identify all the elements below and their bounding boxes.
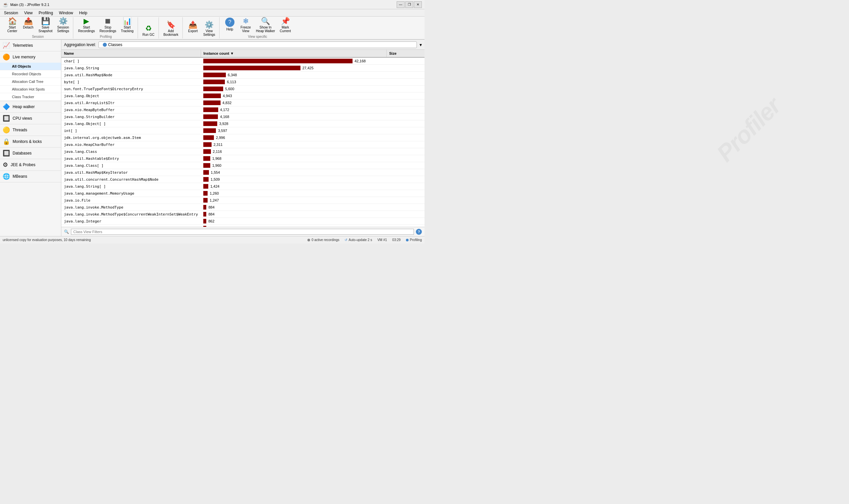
- sidebar-item-monitors-locks[interactable]: 🔒 Monitors & locks: [0, 136, 61, 147]
- save-snapshot-button[interactable]: 💾 SaveSnapshot: [36, 16, 54, 34]
- table-row[interactable]: java.util.HashMap$Node6,348203 kB: [61, 72, 424, 78]
- table-row[interactable]: java.io.File1,24739,904 bytes: [61, 197, 424, 204]
- statusbar: unlicensed copy for evaluation purposes,…: [0, 236, 424, 244]
- table-row[interactable]: byte[ ]6,1136,735 kB: [61, 78, 424, 86]
- table-row[interactable]: java.lang.Class2,116244 kB: [61, 148, 424, 155]
- sidebar-item-databases[interactable]: 🔲 Databases: [0, 147, 61, 159]
- table-row[interactable]: java.lang.String[ ]1,42460,280 bytes: [61, 183, 424, 190]
- cell-instance-count: 4,172: [201, 106, 386, 113]
- sidebar-section-live-memory: 🟠 Live memory All Objects Recorded Objec…: [0, 51, 61, 101]
- sidebar-section-mbeans: 🌐 MBeans: [0, 171, 61, 182]
- table-container[interactable]: Name Instance count ▼ Size char[ ]42,168…: [61, 50, 424, 227]
- cell-instance-count: 862: [201, 218, 386, 225]
- run-gc-button[interactable]: ♻ Run GC: [141, 23, 157, 38]
- column-header-size[interactable]: Size: [386, 50, 424, 57]
- cell-class-name: java.util.ArrayList$Itr: [61, 100, 201, 106]
- count-bar: [203, 73, 226, 77]
- profiling-group-label: Profiling: [100, 35, 112, 38]
- count-bar: [203, 79, 225, 84]
- table-row[interactable]: java.lang.Class[ ]1,96055,712 bytes: [61, 162, 424, 169]
- menu-window[interactable]: Window: [56, 10, 76, 16]
- start-center-button[interactable]: 🏠 StartCenter: [5, 16, 20, 34]
- aggregation-dropdown-icon[interactable]: ▾: [419, 42, 422, 48]
- cell-class-name: java.util.Hashtable$Entry: [61, 155, 201, 162]
- add-bookmark-button[interactable]: 🔖 AddBookmark: [162, 20, 180, 38]
- monitors-locks-label: Monitors & locks: [13, 139, 42, 144]
- stop-recordings-button[interactable]: ⏹ StopRecordings: [97, 16, 119, 34]
- vm-status: VM #1: [377, 238, 387, 242]
- sidebar-item-cpu-views[interactable]: 🔲 CPU views: [0, 113, 61, 124]
- table-row[interactable]: java.lang.invoke.MethodType88435,360 byt…: [61, 204, 424, 211]
- table-row[interactable]: java.util.concurrent.ConcurrentHashMap$N…: [61, 176, 424, 183]
- telemetries-label: Telemetries: [13, 43, 33, 48]
- count-label: 1,247: [210, 198, 219, 202]
- class-filter-input[interactable]: [71, 229, 414, 235]
- help-button[interactable]: ? Help: [222, 16, 237, 34]
- menu-view[interactable]: View: [21, 10, 35, 16]
- table-row[interactable]: java.lang.Object4,94379,088 kB: [61, 92, 424, 100]
- close-button[interactable]: ✕: [414, 1, 422, 8]
- table-row[interactable]: java.lang.invoke.MethodType$ConcurrentWe…: [61, 211, 424, 218]
- cell-class-name: sun.font.TrueTypeFont$DirectoryEntry: [61, 86, 201, 92]
- column-header-count[interactable]: Instance count ▼: [201, 50, 386, 57]
- count-bar: [203, 114, 218, 119]
- freeze-view-button[interactable]: ❄ FreezeView: [238, 16, 253, 34]
- sidebar-item-mbeans[interactable]: 🌐 MBeans: [0, 171, 61, 182]
- filter-help-button[interactable]: ?: [416, 229, 422, 235]
- table-row[interactable]: java.lang.String27,425658 kB: [61, 65, 424, 72]
- cell-class-name: java.lang.Object[ ]: [61, 120, 201, 127]
- maximize-button[interactable]: ❐: [405, 1, 413, 8]
- menu-profiling[interactable]: Profiling: [36, 10, 56, 16]
- table-row[interactable]: java.lang.Integer86213,792 bytes: [61, 218, 424, 225]
- table-body: char[ ]42,1683,073 kBjava.lang.String27,…: [61, 57, 424, 227]
- detach-button[interactable]: 📤 Detach: [21, 16, 36, 34]
- count-bar: [203, 142, 212, 147]
- cell-instance-count: 27,425: [201, 65, 386, 72]
- table-row[interactable]: jdk.internal.org.objectweb.asm.Item2,996…: [61, 134, 424, 141]
- titlebar: ☕ Main (3) - JProfiler 9.2.1 — ❐ ✕: [0, 0, 424, 9]
- table-row[interactable]: java.nio.HeapCharBuffer2,311110 kB: [61, 141, 424, 148]
- column-header-name[interactable]: Name: [61, 50, 201, 57]
- start-tracking-button[interactable]: 📊 StartTracking: [119, 16, 136, 34]
- table-row[interactable]: java.util.ArrayList$Itr4,832154 kB: [61, 100, 424, 106]
- time-label: 03:29: [392, 238, 401, 242]
- classes-button[interactable]: Classes: [98, 41, 417, 48]
- sidebar-item-all-objects[interactable]: All Objects: [0, 63, 61, 70]
- table-row[interactable]: sun.font.TrueTypeFont$DirectoryEntry5,60…: [61, 86, 424, 92]
- cpu-views-label: CPU views: [13, 116, 32, 121]
- mark-current-button[interactable]: 📌 MarkCurrent: [277, 16, 293, 34]
- sidebar-item-heap-walker[interactable]: 🔷 Heap walker: [0, 101, 61, 112]
- table-row[interactable]: java.util.Hashtable$Entry1,96862,976 byt…: [61, 155, 424, 162]
- table-row[interactable]: java.util.HashMap$KeyIterator1,55462,160…: [61, 169, 424, 176]
- sidebar-item-live-memory[interactable]: 🟠 Live memory: [0, 51, 61, 63]
- table-row[interactable]: java.lang.StringBuilder4,168100 kB: [61, 113, 424, 120]
- mark-current-icon: 📌: [281, 18, 290, 25]
- sidebar-item-class-tracker[interactable]: Class Tracker: [0, 93, 61, 101]
- cell-instance-count: 5,600: [201, 86, 386, 92]
- minimize-button[interactable]: —: [397, 1, 404, 8]
- view-settings-button[interactable]: ⚙️ ViewSettings: [201, 20, 217, 38]
- sidebar: 📈 Telemetries 🟠 Live memory All Objects …: [0, 40, 61, 236]
- table-row[interactable]: java.lang.Object[ ]3,928230 kB: [61, 120, 424, 127]
- table-row[interactable]: java.nio.HeapByteBuffer4,172200 kB: [61, 106, 424, 113]
- sidebar-item-jee-probes[interactable]: ⚙ JEE & Probes: [0, 159, 61, 170]
- session-settings-button[interactable]: ⚙️ SessionSettings: [55, 16, 71, 34]
- table-row[interactable]: java.lang.management.MemoryUsage1,26060,…: [61, 190, 424, 197]
- view-specific-group-label: View specific: [248, 35, 267, 38]
- sidebar-item-recorded-objects[interactable]: Recorded Objects: [0, 70, 61, 78]
- sidebar-item-telemetries[interactable]: 📈 Telemetries: [0, 40, 61, 51]
- cell-instance-count: 1,960: [201, 162, 386, 169]
- sidebar-item-threads[interactable]: 🟡 Threads: [0, 124, 61, 136]
- menu-session[interactable]: Session: [1, 10, 21, 16]
- table-row[interactable]: char[ ]42,1683,073 kB: [61, 57, 424, 65]
- start-recordings-button[interactable]: ▶ StartRecordings: [76, 16, 97, 34]
- sidebar-item-allocation-call-tree[interactable]: Allocation Call Tree: [0, 78, 61, 86]
- export-button[interactable]: 📤 Export: [185, 20, 201, 38]
- sidebar-item-allocation-hot-spots[interactable]: Allocation Hot Spots: [0, 86, 61, 93]
- show-in-heap-walker-button[interactable]: 🔍 Show InHeap Walker: [254, 16, 277, 34]
- menu-help[interactable]: Help: [77, 10, 90, 16]
- autoupdate-status[interactable]: ↺ Auto-update 2 s: [345, 238, 372, 242]
- count-bar: [203, 170, 209, 175]
- table-row[interactable]: int[ ]3,5979,768 kB: [61, 127, 424, 134]
- live-memory-icon: 🟠: [3, 53, 10, 61]
